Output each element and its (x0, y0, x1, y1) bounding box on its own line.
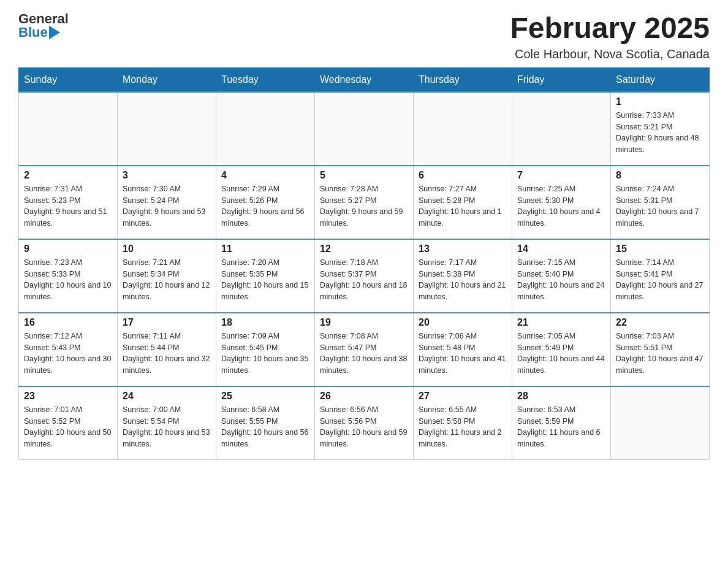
logo: General Blue (18, 12, 69, 39)
day-info: Sunrise: 7:30 AMSunset: 5:24 PMDaylight:… (123, 183, 211, 229)
calendar-week-row-4: 16Sunrise: 7:12 AMSunset: 5:43 PMDayligh… (19, 313, 710, 386)
calendar-week-row-1: 1Sunrise: 7:33 AMSunset: 5:21 PMDaylight… (19, 92, 710, 166)
calendar-header-friday: Friday (512, 67, 611, 92)
calendar-cell-week1-day0 (19, 92, 118, 166)
day-info: Sunrise: 7:28 AMSunset: 5:27 PMDaylight:… (320, 183, 408, 229)
calendar-cell-week3-day1: 10Sunrise: 7:21 AMSunset: 5:34 PMDayligh… (118, 239, 216, 313)
calendar-header-wednesday: Wednesday (315, 67, 414, 92)
calendar-header-sunday: Sunday (19, 67, 118, 92)
calendar-cell-week3-day6: 15Sunrise: 7:14 AMSunset: 5:41 PMDayligh… (611, 239, 710, 313)
day-info: Sunrise: 7:18 AMSunset: 5:37 PMDaylight:… (320, 257, 408, 303)
day-number: 28 (517, 391, 605, 402)
calendar-cell-week4-day5: 21Sunrise: 7:05 AMSunset: 5:49 PMDayligh… (512, 313, 611, 386)
calendar-cell-week3-day4: 13Sunrise: 7:17 AMSunset: 5:38 PMDayligh… (414, 239, 512, 313)
day-number: 3 (123, 170, 211, 181)
day-info: Sunrise: 6:58 AMSunset: 5:55 PMDaylight:… (221, 404, 309, 450)
calendar-cell-week4-day6: 22Sunrise: 7:03 AMSunset: 5:51 PMDayligh… (611, 313, 710, 386)
day-info: Sunrise: 7:25 AMSunset: 5:30 PMDaylight:… (517, 183, 605, 229)
calendar-cell-week1-day6: 1Sunrise: 7:33 AMSunset: 5:21 PMDaylight… (611, 92, 710, 166)
calendar-cell-week2-day6: 8Sunrise: 7:24 AMSunset: 5:31 PMDaylight… (611, 166, 710, 239)
calendar-week-row-5: 23Sunrise: 7:01 AMSunset: 5:52 PMDayligh… (19, 386, 710, 460)
day-number: 8 (616, 170, 704, 181)
svg-marker-0 (49, 26, 60, 39)
calendar-cell-week2-day4: 6Sunrise: 7:27 AMSunset: 5:28 PMDaylight… (414, 166, 512, 239)
day-number: 13 (419, 243, 507, 255)
day-info: Sunrise: 7:08 AMSunset: 5:47 PMDaylight:… (320, 331, 408, 377)
day-number: 10 (123, 243, 211, 255)
logo-general-text: General (18, 12, 69, 26)
day-number: 4 (221, 170, 309, 181)
day-info: Sunrise: 6:56 AMSunset: 5:56 PMDaylight:… (320, 404, 408, 450)
calendar-cell-week5-day4: 27Sunrise: 6:55 AMSunset: 5:58 PMDayligh… (414, 386, 512, 460)
calendar-cell-week1-day5 (512, 92, 611, 166)
day-info: Sunrise: 7:11 AMSunset: 5:44 PMDaylight:… (123, 331, 211, 377)
day-info: Sunrise: 7:33 AMSunset: 5:21 PMDaylight:… (616, 110, 704, 156)
calendar-cell-week5-day0: 23Sunrise: 7:01 AMSunset: 5:52 PMDayligh… (19, 386, 118, 460)
calendar-cell-week1-day2 (216, 92, 315, 166)
calendar-cell-week5-day2: 25Sunrise: 6:58 AMSunset: 5:55 PMDayligh… (216, 386, 315, 460)
day-info: Sunrise: 7:03 AMSunset: 5:51 PMDaylight:… (616, 331, 704, 377)
calendar-cell-week4-day3: 19Sunrise: 7:08 AMSunset: 5:47 PMDayligh… (315, 313, 414, 386)
calendar-week-row-3: 9Sunrise: 7:23 AMSunset: 5:33 PMDaylight… (19, 239, 710, 313)
day-number: 21 (517, 317, 605, 328)
day-info: Sunrise: 7:14 AMSunset: 5:41 PMDaylight:… (616, 257, 704, 303)
calendar-cell-week3-day0: 9Sunrise: 7:23 AMSunset: 5:33 PMDaylight… (19, 239, 118, 313)
calendar-cell-week3-day3: 12Sunrise: 7:18 AMSunset: 5:37 PMDayligh… (315, 239, 414, 313)
calendar-header-row: SundayMondayTuesdayWednesdayThursdayFrid… (19, 67, 710, 92)
calendar-cell-week4-day2: 18Sunrise: 7:09 AMSunset: 5:45 PMDayligh… (216, 313, 315, 386)
calendar-header-tuesday: Tuesday (216, 67, 315, 92)
day-number: 12 (320, 243, 408, 255)
day-info: Sunrise: 7:20 AMSunset: 5:35 PMDaylight:… (221, 257, 309, 303)
calendar-cell-week4-day0: 16Sunrise: 7:12 AMSunset: 5:43 PMDayligh… (19, 313, 118, 386)
calendar-cell-week5-day1: 24Sunrise: 7:00 AMSunset: 5:54 PMDayligh… (118, 386, 216, 460)
day-number: 15 (616, 243, 704, 255)
location-text: Cole Harbour, Nova Scotia, Canada (510, 47, 710, 61)
calendar-cell-week2-day1: 3Sunrise: 7:30 AMSunset: 5:24 PMDaylight… (118, 166, 216, 239)
calendar-cell-week4-day4: 20Sunrise: 7:06 AMSunset: 5:48 PMDayligh… (414, 313, 512, 386)
day-info: Sunrise: 7:05 AMSunset: 5:49 PMDaylight:… (517, 331, 605, 377)
day-number: 16 (24, 317, 112, 328)
calendar-header-monday: Monday (118, 67, 216, 92)
page-header: General Blue February 2025 Cole Harbour,… (18, 12, 710, 61)
day-number: 24 (123, 391, 211, 402)
calendar-cell-week1-day4 (414, 92, 512, 166)
title-section: February 2025 Cole Harbour, Nova Scotia,… (510, 12, 710, 61)
day-number: 14 (517, 243, 605, 255)
day-info: Sunrise: 7:27 AMSunset: 5:28 PMDaylight:… (419, 183, 507, 229)
logo-blue-text: Blue (18, 26, 48, 39)
day-number: 2 (24, 170, 112, 181)
day-number: 6 (419, 170, 507, 181)
calendar-cell-week2-day3: 5Sunrise: 7:28 AMSunset: 5:27 PMDaylight… (315, 166, 414, 239)
calendar-cell-week3-day5: 14Sunrise: 7:15 AMSunset: 5:40 PMDayligh… (512, 239, 611, 313)
day-number: 25 (221, 391, 309, 402)
calendar-cell-week2-day5: 7Sunrise: 7:25 AMSunset: 5:30 PMDaylight… (512, 166, 611, 239)
day-number: 1 (616, 96, 704, 107)
calendar-cell-week5-day3: 26Sunrise: 6:56 AMSunset: 5:56 PMDayligh… (315, 386, 414, 460)
calendar-cell-week4-day1: 17Sunrise: 7:11 AMSunset: 5:44 PMDayligh… (118, 313, 216, 386)
day-number: 27 (419, 391, 507, 402)
day-number: 17 (123, 317, 211, 328)
day-info: Sunrise: 7:21 AMSunset: 5:34 PMDaylight:… (123, 257, 211, 303)
day-number: 18 (221, 317, 309, 328)
calendar-cell-week1-day3 (315, 92, 414, 166)
day-info: Sunrise: 6:53 AMSunset: 5:59 PMDaylight:… (517, 404, 605, 450)
day-info: Sunrise: 7:31 AMSunset: 5:23 PMDaylight:… (24, 183, 112, 229)
calendar-table: SundayMondayTuesdayWednesdayThursdayFrid… (18, 67, 710, 461)
day-number: 5 (320, 170, 408, 181)
logo-triangle-icon (49, 26, 60, 39)
calendar-cell-week2-day2: 4Sunrise: 7:29 AMSunset: 5:26 PMDaylight… (216, 166, 315, 239)
day-number: 7 (517, 170, 605, 181)
calendar-cell-week2-day0: 2Sunrise: 7:31 AMSunset: 5:23 PMDaylight… (19, 166, 118, 239)
day-info: Sunrise: 7:12 AMSunset: 5:43 PMDaylight:… (24, 331, 112, 377)
day-number: 20 (419, 317, 507, 328)
calendar-week-row-2: 2Sunrise: 7:31 AMSunset: 5:23 PMDaylight… (19, 166, 710, 239)
day-info: Sunrise: 7:01 AMSunset: 5:52 PMDaylight:… (24, 404, 112, 450)
calendar-cell-week1-day1 (118, 92, 216, 166)
day-info: Sunrise: 7:24 AMSunset: 5:31 PMDaylight:… (616, 183, 704, 229)
day-number: 22 (616, 317, 704, 328)
day-number: 9 (24, 243, 112, 255)
day-number: 11 (221, 243, 309, 255)
day-info: Sunrise: 7:15 AMSunset: 5:40 PMDaylight:… (517, 257, 605, 303)
calendar-cell-week3-day2: 11Sunrise: 7:20 AMSunset: 5:35 PMDayligh… (216, 239, 315, 313)
day-number: 19 (320, 317, 408, 328)
